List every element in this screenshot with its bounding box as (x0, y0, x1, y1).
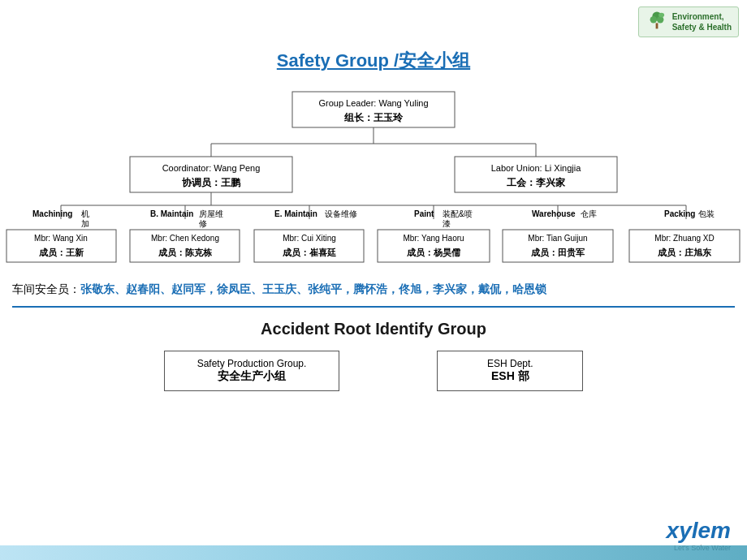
svg-text:房屋维: 房屋维 (199, 209, 223, 218)
svg-text:Mbr: Chen Kedong: Mbr: Chen Kedong (151, 234, 219, 243)
svg-text:协调员：王鹏: 协调员：王鹏 (182, 177, 241, 188)
svg-text:Coordinator: Wang Peng: Coordinator: Wang Peng (162, 163, 261, 173)
svg-text:Mbr: Yang Haoru: Mbr: Yang Haoru (403, 234, 464, 243)
svg-point-4 (658, 13, 664, 18)
svg-text:B. Maintain: B. Maintain (150, 209, 193, 218)
svg-rect-3 (655, 23, 658, 28)
svg-text:Warehouse: Warehouse (532, 209, 576, 218)
safety-staff-names: 张敬东、赵春阳、赵同军，徐凤臣、王玉庆、张纯平，腾怀浩，佟旭，李兴家，戴侃，哈恩… (80, 282, 546, 295)
svg-text:成员：王新: 成员：王新 (38, 248, 84, 257)
svg-text:Paint: Paint (414, 209, 434, 218)
esh-logo: Environment, Safety & Health (638, 6, 739, 37)
xylem-logo-text: xylem (667, 518, 731, 544)
svg-text:成员：庄旭东: 成员：庄旭东 (657, 248, 712, 257)
safety-production-en: Safety Production Group. (197, 358, 307, 369)
svg-text:成员：陈克栋: 成员：陈克栋 (158, 248, 212, 257)
svg-text:包装: 包装 (698, 209, 715, 218)
bottom-boxes: Safety Production Group. 安全生产小组 ESH Dept… (0, 351, 747, 391)
svg-text:Mbr: Tian Guijun: Mbr: Tian Guijun (528, 234, 587, 243)
svg-text:Mbr: Zhuang XD: Mbr: Zhuang XD (654, 234, 714, 243)
svg-point-2 (657, 16, 663, 23)
safety-staff-label: 车间安全员： (12, 282, 80, 295)
svg-text:Packing: Packing (664, 209, 695, 218)
org-chart: Group Leader: Wang Yuling 组长：王玉玲 Coordin… (0, 85, 747, 272)
svg-text:Labor Union: Li Xingjia: Labor Union: Li Xingjia (491, 163, 582, 173)
esh-dept-zh: ESH 部 (470, 369, 550, 384)
svg-text:Machining: Machining (32, 209, 72, 218)
svg-point-1 (650, 16, 656, 23)
tree-icon (646, 11, 668, 33)
svg-text:机: 机 (81, 209, 89, 218)
title-zh: 安全小组 (399, 50, 470, 71)
svg-text:Mbr: Wang Xin: Mbr: Wang Xin (34, 234, 88, 243)
svg-text:Group Leader: Wang Yuling: Group Leader: Wang Yuling (318, 98, 428, 108)
bottom-gradient-bar (0, 545, 747, 560)
svg-text:成员：崔喜廷: 成员：崔喜廷 (282, 248, 336, 257)
svg-text:工会：李兴家: 工会：李兴家 (507, 177, 566, 188)
svg-text:成员：杨昊儒: 成员：杨昊儒 (406, 248, 460, 257)
svg-text:组长：王玉玲: 组长：王玉玲 (343, 112, 404, 123)
logo-text: Environment, Safety & Health (672, 11, 732, 32)
svg-text:修: 修 (199, 219, 207, 228)
esh-dept-box: ESH Dept. ESH 部 (437, 351, 583, 391)
second-section-title: Accident Root Identify Group (0, 312, 747, 351)
esh-dept-en: ESH Dept. (470, 358, 550, 369)
safety-production-zh: 安全生产小组 (197, 369, 307, 384)
svg-text:仓库: 仓库 (581, 209, 597, 218)
svg-text:装配&喷: 装配&喷 (443, 209, 473, 218)
svg-text:Mbr: Cui Xiting: Mbr: Cui Xiting (283, 234, 336, 243)
title-link: Safety Group /安全小组 (277, 50, 470, 71)
page-title: Safety Group /安全小组 (0, 0, 747, 73)
title-en: Safety Group / (277, 50, 399, 71)
safety-staff-section: 车间安全员：张敬东、赵春阳、赵同军，徐凤臣、王玉庆、张纯平，腾怀浩，佟旭，李兴家… (0, 272, 747, 302)
svg-text:加: 加 (81, 219, 89, 228)
svg-text:成员：田贵军: 成员：田贵军 (530, 248, 585, 257)
svg-text:设备维修: 设备维修 (325, 209, 357, 218)
svg-text:漆: 漆 (443, 219, 451, 228)
safety-production-box: Safety Production Group. 安全生产小组 (164, 351, 340, 391)
section-divider (12, 306, 735, 308)
org-chart-svg: Group Leader: Wang Yuling 组长：王玉玲 Coordin… (0, 85, 747, 272)
svg-text:E. Maintain: E. Maintain (274, 209, 317, 218)
